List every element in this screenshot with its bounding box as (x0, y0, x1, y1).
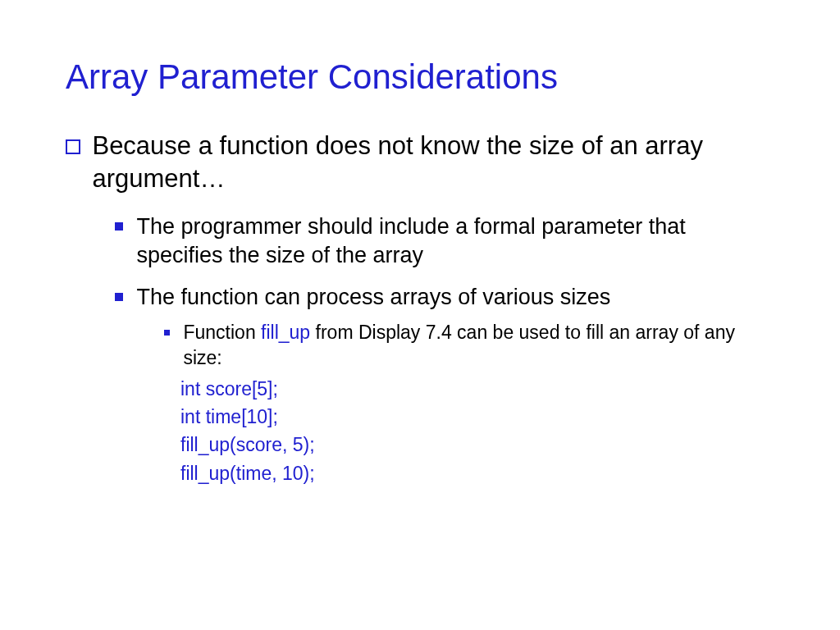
code-line: fill_up(score, 5); (180, 431, 774, 458)
square-outline-icon (66, 139, 80, 154)
square-filled-icon (115, 222, 123, 231)
square-small-icon (164, 330, 170, 336)
code-line: fill_up(time, 10); (180, 460, 774, 486)
bullet-level3: Function fill_up from Display 7.4 can be… (164, 320, 774, 371)
bullet-level2: The function can process arrays of vario… (115, 283, 774, 312)
slide: Array Parameter Considerations Because a… (0, 0, 840, 521)
square-filled-icon (115, 293, 123, 301)
bullet-level2: The programmer should include a formal p… (115, 212, 774, 270)
l3-prefix: Function (183, 322, 261, 343)
level3-text: Function fill_up from Display 7.4 can be… (183, 320, 741, 371)
level2-text: The function can process arrays of vario… (136, 283, 760, 312)
l3-keyword: fill_up (261, 322, 310, 343)
code-line: int score[5]; (180, 376, 774, 402)
slide-title: Array Parameter Considerations (66, 57, 774, 97)
bullet-level1: Because a function does not know the siz… (66, 130, 774, 196)
level2-text: The programmer should include a formal p… (136, 212, 760, 270)
level1-text: Because a function does not know the siz… (92, 130, 765, 196)
code-line: int time[10]; (180, 404, 774, 430)
